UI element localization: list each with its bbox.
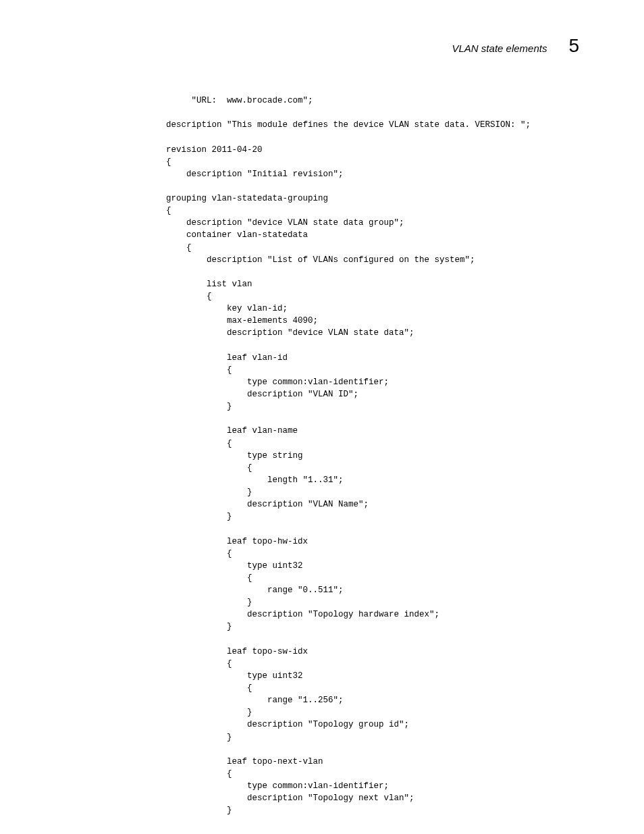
page: VLAN state elements 5 "URL: www.brocade.… [0,0,644,834]
header-title: VLAN state elements [452,43,547,54]
code-block: "URL: www.brocade.com"; description "Thi… [146,95,590,816]
chapter-number: 5 [568,35,579,57]
page-header: VLAN state elements 5 [452,35,579,57]
